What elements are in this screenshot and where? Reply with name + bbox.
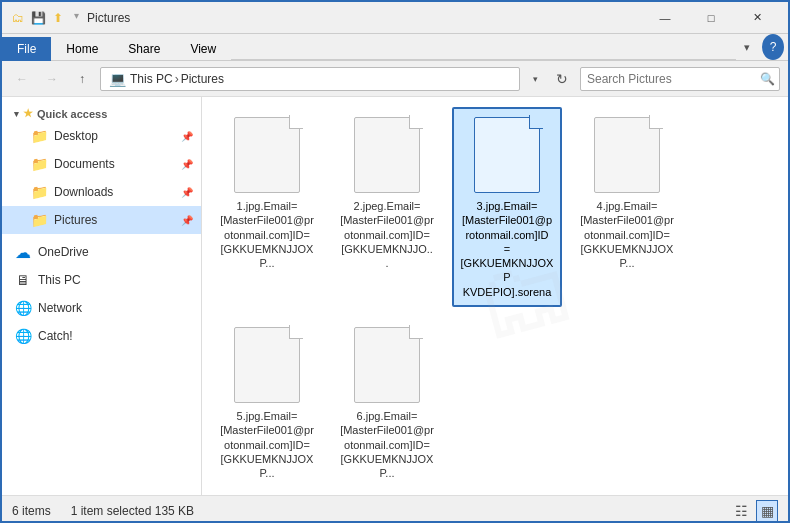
title-bar-controls: — □ ✕: [642, 2, 780, 34]
selected-info: 1 item selected 135 KB: [71, 504, 194, 518]
quick-access-arrow: ▾: [14, 109, 19, 119]
item-count: 6 items: [12, 504, 51, 518]
up-button[interactable]: ↑: [70, 67, 94, 91]
breadcrumb-pictures[interactable]: Pictures: [181, 72, 224, 86]
file-item-6[interactable]: 6.jpg.Email=[MasterFile001@protonmail.co…: [332, 317, 442, 488]
quick-access-label: Quick access: [37, 108, 107, 120]
ribbon-tabs: File Home Share View ▾ ?: [2, 34, 788, 60]
downloads-folder-icon: 📁: [30, 183, 48, 201]
documents-folder-icon: 📁: [30, 155, 48, 173]
onedrive-icon: ☁: [14, 243, 32, 261]
breadcrumb-computer-icon: 💻: [109, 71, 126, 87]
breadcrumb-this-pc[interactable]: This PC: [130, 72, 173, 86]
file-name-3: 3.jpg.Email=[MasterFile001@protonmail.co…: [460, 199, 554, 299]
sidebar-item-desktop[interactable]: 📁 Desktop 📌: [2, 122, 201, 150]
sidebar-documents-label: Documents: [54, 157, 177, 171]
file-page-corner-5: [289, 325, 303, 339]
file-item-3[interactable]: 3.jpg.Email=[MasterFile001@protonmail.co…: [452, 107, 562, 307]
address-path[interactable]: 💻 This PC › Pictures: [100, 67, 520, 91]
file-icon-2: [351, 115, 423, 195]
tab-file[interactable]: File: [2, 37, 51, 61]
file-name-6: 6.jpg.Email=[MasterFile001@protonmail.co…: [340, 409, 434, 480]
sidebar-this-pc-label: This PC: [38, 273, 193, 287]
status-bar: 6 items 1 item selected 135 KB ☷ ▦: [2, 495, 788, 523]
file-item-2[interactable]: 2.jpeg.Email=[MasterFile001@protonmail.c…: [332, 107, 442, 307]
file-page-corner-3: [529, 115, 543, 129]
file-icon-1: [231, 115, 303, 195]
status-bar-right: ☷ ▦: [730, 500, 778, 522]
title-icon-3: ⬆: [50, 10, 66, 26]
file-name-4: 4.jpg.Email=[MasterFile001@protonmail.co…: [580, 199, 674, 270]
title-icon-1: 🗂: [10, 10, 26, 26]
search-box: 🔍: [580, 67, 780, 91]
sidebar-network-label: Network: [38, 301, 193, 315]
title-bar-icons: 🗂 💾 ⬆ ▾: [10, 10, 79, 26]
catch-icon: 🌐: [14, 327, 32, 345]
file-icon-3: [471, 115, 543, 195]
file-icon-6: [351, 325, 423, 405]
pictures-folder-icon: 📁: [30, 211, 48, 229]
sidebar-downloads-label: Downloads: [54, 185, 177, 199]
file-name-2: 2.jpeg.Email=[MasterFile001@protonmail.c…: [340, 199, 434, 270]
sidebar-pictures-label: Pictures: [54, 213, 177, 227]
file-grid: 1.jpg.Email=[MasterFile001@protonmail.co…: [212, 107, 778, 489]
sidebar-item-documents[interactable]: 📁 Documents 📌: [2, 150, 201, 178]
list-view-btn[interactable]: ☷: [730, 500, 752, 522]
close-button[interactable]: ✕: [734, 2, 780, 34]
desktop-pin-icon: 📌: [181, 131, 193, 142]
quick-access-header[interactable]: ▾ ★ Quick access: [2, 101, 201, 122]
sidebar-item-catch[interactable]: 🌐 Catch!: [2, 322, 201, 350]
main-layout: ▾ ★ Quick access 📁 Desktop 📌 📁 Documents…: [2, 97, 788, 495]
sidebar-onedrive-label: OneDrive: [38, 245, 193, 259]
maximize-button[interactable]: □: [688, 2, 734, 34]
this-pc-icon: 🖥: [14, 271, 32, 289]
forward-button[interactable]: →: [40, 67, 64, 91]
help-button[interactable]: ?: [762, 34, 784, 60]
sidebar-item-pictures[interactable]: 📁 Pictures 📌: [2, 206, 201, 234]
address-dropdown-btn[interactable]: ▾: [526, 67, 544, 91]
refresh-button[interactable]: ↻: [550, 67, 574, 91]
title-bar: 🗂 💾 ⬆ ▾ Pictures — □ ✕: [2, 2, 788, 34]
tab-home[interactable]: Home: [51, 37, 113, 61]
documents-pin-icon: 📌: [181, 159, 193, 170]
large-icon-view-btn[interactable]: ▦: [756, 500, 778, 522]
file-page-corner-4: [649, 115, 663, 129]
sidebar-item-this-pc[interactable]: 🖥 This PC: [2, 266, 201, 294]
sidebar-item-network[interactable]: 🌐 Network: [2, 294, 201, 322]
file-page-corner-6: [409, 325, 423, 339]
downloads-pin-icon: 📌: [181, 187, 193, 198]
address-bar: ← → ↑ 💻 This PC › Pictures ▾ ↻ 🔍: [2, 61, 788, 97]
quick-access-star-icon: ★: [23, 107, 33, 120]
file-page-corner-1: [289, 115, 303, 129]
file-name-1: 1.jpg.Email=[MasterFile001@protonmail.co…: [220, 199, 314, 270]
tab-view[interactable]: View: [175, 37, 231, 61]
file-page-corner-2: [409, 115, 423, 129]
desktop-folder-icon: 📁: [30, 127, 48, 145]
network-icon: 🌐: [14, 299, 32, 317]
pictures-pin-icon: 📌: [181, 215, 193, 226]
minimize-button[interactable]: —: [642, 2, 688, 34]
file-icon-4: [591, 115, 663, 195]
title-icon-2: 💾: [30, 10, 46, 26]
back-button[interactable]: ←: [10, 67, 34, 91]
window-title: Pictures: [87, 11, 642, 25]
file-icon-5: [231, 325, 303, 405]
file-item-4[interactable]: 4.jpg.Email=[MasterFile001@protonmail.co…: [572, 107, 682, 307]
file-name-5: 5.jpg.Email=[MasterFile001@protonmail.co…: [220, 409, 314, 480]
file-item-1[interactable]: 1.jpg.Email=[MasterFile001@protonmail.co…: [212, 107, 322, 307]
ribbon: File Home Share View ▾ ?: [2, 34, 788, 61]
search-icon[interactable]: 🔍: [755, 67, 779, 91]
sidebar: ▾ ★ Quick access 📁 Desktop 📌 📁 Documents…: [2, 97, 202, 495]
sidebar-desktop-label: Desktop: [54, 129, 177, 143]
sidebar-item-downloads[interactable]: 📁 Downloads 📌: [2, 178, 201, 206]
sidebar-catch-label: Catch!: [38, 329, 193, 343]
ribbon-expand-btn[interactable]: ▾: [736, 34, 758, 60]
tab-share[interactable]: Share: [113, 37, 175, 61]
sidebar-item-onedrive[interactable]: ☁ OneDrive: [2, 238, 201, 266]
search-input[interactable]: [581, 72, 755, 86]
file-area: 🗂 1.jpg.Email=[MasterFile001@protonmail.…: [202, 97, 788, 495]
file-item-5[interactable]: 5.jpg.Email=[MasterFile001@protonmail.co…: [212, 317, 322, 488]
